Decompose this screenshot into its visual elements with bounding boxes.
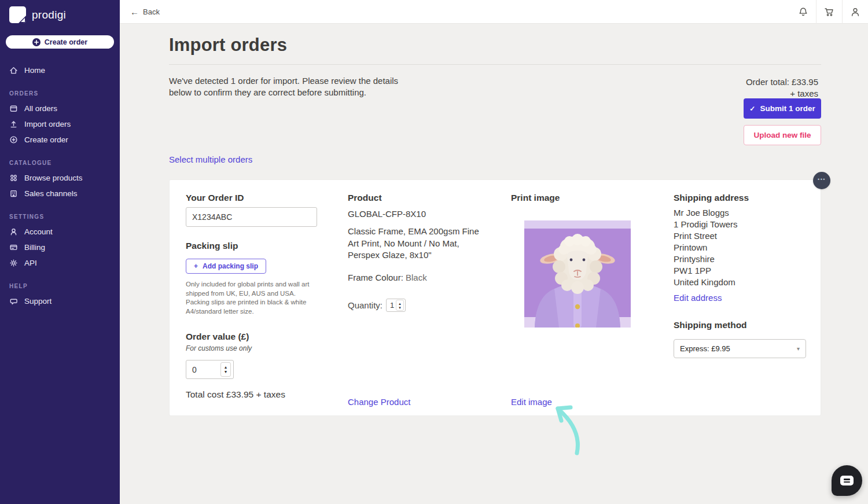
address-line: United Kingdom (674, 277, 738, 288)
page-title: Import orders (169, 35, 287, 56)
change-product-link[interactable]: Change Product (348, 397, 410, 407)
bell-icon (797, 6, 809, 18)
select-multiple-orders-link[interactable]: Select multiple orders (169, 154, 252, 164)
upload-new-file-button[interactable]: Upload new file (744, 125, 821, 145)
user-icon (9, 227, 18, 236)
sidebar-nav: Home ORDERS All orders Import orders Cre (0, 62, 120, 309)
grid-dots-icon (9, 174, 18, 182)
app-root: prodigi Create order Home ORDERS All o (0, 0, 868, 504)
order-value-input[interactable]: 0 ▴ ▾ (186, 360, 234, 379)
quantity-spinner[interactable]: ▴ ▾ (396, 300, 404, 311)
order-id-input[interactable] (186, 207, 317, 227)
sidebar-item-home[interactable]: Home (0, 62, 120, 78)
product-heading: Product (348, 193, 382, 203)
address-line: PW1 1PP (674, 265, 738, 277)
sidebar-section-help: HELP (0, 271, 120, 293)
address-line: Printown (674, 242, 738, 253)
chat-widget-button[interactable] (832, 465, 862, 496)
shipping-method-heading: Shipping method (674, 320, 747, 330)
main-content: Import orders We've detected 1 order for… (120, 24, 868, 504)
notifications-button[interactable] (790, 0, 816, 24)
submit-label: Submit 1 order (760, 104, 815, 113)
frame-colour-label: Frame Colour: (348, 273, 403, 282)
sidebar-item-support[interactable]: Support (0, 293, 120, 309)
shipping-method-select[interactable]: Express: £9.95 ▾ (674, 339, 806, 358)
print-image-heading: Print image (511, 193, 560, 203)
add-packing-slip-label: Add packing slip (203, 262, 258, 270)
order-total: Order total: £33.95 + taxes (578, 76, 818, 100)
spin-down-icon: ▾ (399, 306, 401, 310)
sidebar-item-label: Support (24, 297, 52, 306)
sidebar-item-browse-products[interactable]: Browse products (0, 170, 120, 186)
sidebar-item-sales-channels[interactable]: Sales channels (0, 186, 120, 201)
product-description: Classic Frame, EMA 200gsm Fine Art Print… (348, 226, 481, 262)
sidebar-item-label: Import orders (24, 120, 71, 128)
gear-icon (9, 259, 18, 267)
chevron-down-icon: ▾ (797, 345, 800, 352)
upload-label: Upload new file (753, 131, 811, 139)
sidebar-item-label: Billing (24, 244, 45, 252)
packing-slip-note: Only included for global prints and wall… (186, 280, 315, 316)
order-card: ••• Your Order ID Packing slip + Add pac… (169, 179, 821, 416)
sidebar-create-order-button[interactable]: Create order (6, 35, 114, 49)
order-value-value: 0 (186, 365, 220, 374)
back-button[interactable]: ← Back (130, 0, 160, 24)
sidebar-item-import-orders[interactable]: Import orders (0, 116, 120, 132)
sidebar-item-api[interactable]: API (0, 255, 120, 271)
intro-text: We've detected 1 order for import. Pleas… (169, 75, 405, 98)
check-icon: ✓ (749, 105, 755, 113)
brand-logo[interactable]: prodigi (0, 0, 120, 28)
spin-up-icon: ▴ (399, 301, 401, 306)
account-button[interactable] (842, 0, 868, 24)
product-sku: GLOBAL-CFP-8X10 (348, 209, 426, 219)
print-image-thumbnail (524, 220, 631, 328)
brand-name: prodigi (32, 9, 66, 21)
frame-colour: Frame Colour: Black (348, 273, 427, 282)
sidebar-item-label: Create order (24, 136, 68, 144)
order-total-amount: Order total: £33.95 (578, 76, 818, 88)
sidebar-item-all-orders[interactable]: All orders (0, 101, 120, 116)
quantity-row: Quantity: 1 ▴ ▾ (348, 299, 406, 312)
order-id-heading: Your Order ID (186, 193, 244, 203)
plus-circle-filled-icon (32, 38, 41, 46)
home-icon (9, 66, 18, 75)
address-line: Printyshire (674, 253, 738, 265)
sidebar-item-account[interactable]: Account (0, 224, 120, 240)
upload-icon (9, 120, 18, 128)
edit-image-link[interactable]: Edit image (511, 397, 552, 407)
address-line: Mr Joe Bloggs (674, 207, 738, 219)
sidebar-item-create-order[interactable]: Create order (0, 132, 120, 148)
plus-icon: + (194, 262, 198, 270)
back-arrow-icon: ← (130, 7, 139, 17)
total-cost: Total cost £33.95 + taxes (186, 389, 285, 400)
shipping-address: Mr Joe Bloggs 1 Prodigi Towers Print Str… (674, 207, 738, 288)
chat-bubble-icon (840, 476, 854, 485)
order-total-taxes: + taxes (578, 88, 818, 100)
topbar-icons (790, 0, 868, 24)
sidebar-item-billing[interactable]: Billing (0, 240, 120, 255)
title-divider (169, 64, 821, 65)
address-line: 1 Prodigi Towers (674, 219, 738, 230)
shipping-method-value: Express: £9.95 (680, 344, 797, 353)
chat-bubbles-icon (9, 297, 18, 306)
order-value-hint: For customs use only (186, 344, 252, 352)
add-packing-slip-button[interactable]: + Add packing slip (186, 259, 266, 274)
more-options-button[interactable]: ••• (813, 172, 830, 189)
submit-order-button[interactable]: ✓ Submit 1 order (744, 98, 821, 119)
edit-address-link[interactable]: Edit address (674, 293, 722, 303)
basket-button[interactable] (816, 0, 842, 24)
frame-colour-value: Black (406, 273, 427, 282)
order-value-stepper[interactable]: ▴ ▾ (220, 362, 231, 377)
orders-box-icon (9, 104, 18, 113)
packing-slip-heading: Packing slip (186, 241, 238, 251)
sidebar-section-settings: SETTINGS (0, 201, 120, 224)
topbar: ← Back (120, 0, 868, 24)
quantity-label: Quantity: (348, 300, 382, 310)
sidebar-item-label: Browse products (24, 174, 83, 182)
sidebar-item-label: Account (24, 228, 53, 236)
person-icon (849, 6, 861, 18)
quantity-stepper[interactable]: 1 ▴ ▾ (386, 299, 406, 312)
prodigi-logo-icon (9, 6, 26, 23)
create-order-label: Create order (45, 38, 87, 46)
order-value-heading: Order value (£) (186, 332, 249, 342)
